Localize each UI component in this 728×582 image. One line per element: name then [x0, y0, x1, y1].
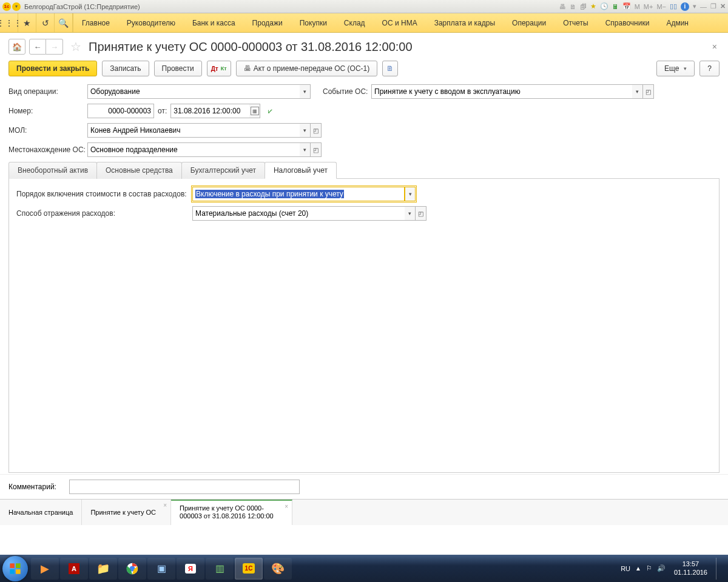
mol-field[interactable]: ▾ ◰ [87, 123, 322, 138]
tab-tax-accounting[interactable]: Налоговый учет [265, 162, 337, 179]
minimize-icon[interactable]: — [700, 3, 707, 10]
date-field[interactable]: ▦ [170, 104, 260, 118]
show-desktop-button[interactable] [716, 558, 721, 580]
comment-field[interactable] [69, 480, 300, 494]
location-dropdown-icon[interactable]: ▾ [300, 142, 311, 157]
mol-open-icon[interactable]: ◰ [311, 123, 322, 138]
menu-bank[interactable]: Банк и касса [184, 13, 244, 32]
dropdown-chevron-icon[interactable]: ▾ [12, 2, 21, 11]
taskbar-explorer-icon[interactable]: 📁 [89, 558, 117, 580]
print-act-button[interactable]: 🖶Акт о приеме-передаче ОС (ОС-1) [236, 61, 378, 76]
taskbar-media-icon[interactable]: ▶ [31, 558, 59, 580]
cost-order-dropdown-icon[interactable]: ▾ [405, 187, 416, 201]
tray-flag-icon[interactable]: ⚐ [646, 564, 652, 572]
m-plus-icon[interactable]: M+ [644, 3, 653, 10]
back-button[interactable]: ← [29, 39, 46, 55]
taskbar-clock[interactable]: 13:57 01.11.2016 [670, 560, 711, 576]
m-minus-icon[interactable]: M− [656, 3, 666, 10]
document-icon[interactable]: 🗎 [570, 3, 576, 10]
location-open-icon[interactable]: ◰ [311, 142, 322, 157]
calculator-icon[interactable]: 🖩 [612, 3, 619, 10]
info-icon[interactable]: i [681, 2, 689, 11]
save-button[interactable]: Записать [102, 61, 149, 76]
dtkt-button[interactable]: ДтКт [207, 61, 231, 76]
favorite-icon[interactable]: ★ [590, 2, 596, 10]
expense-method-dropdown-icon[interactable]: ▾ [405, 206, 416, 221]
start-button[interactable] [2, 556, 28, 581]
location-input[interactable] [90, 146, 297, 154]
calendar-picker-icon[interactable]: ▦ [249, 104, 260, 118]
number-input[interactable] [90, 107, 151, 115]
window-tab-start[interactable]: Начальная страница [0, 500, 82, 525]
menu-salary[interactable]: Зарплата и кадры [426, 13, 504, 32]
tray-chevron-icon[interactable]: ▲ [635, 565, 641, 572]
maximize-icon[interactable]: ❐ [710, 2, 716, 10]
language-indicator[interactable]: RU [621, 565, 630, 572]
taskbar-paint-icon[interactable]: 🎨 [264, 558, 292, 580]
operation-type-field[interactable]: ▾ [87, 84, 311, 99]
mol-dropdown-icon[interactable]: ▾ [300, 123, 311, 138]
taskbar-yandex-icon[interactable]: Я [177, 558, 204, 580]
operation-type-dropdown-icon[interactable]: ▾ [300, 84, 311, 99]
comment-input[interactable] [72, 483, 297, 491]
event-field[interactable]: ▾ ◰ [371, 84, 654, 99]
apps-grid-icon[interactable]: ⋮⋮⋮ [0, 13, 18, 32]
menu-manager[interactable]: Руководителю [118, 13, 184, 32]
status-ok-icon[interactable]: 🗸 [266, 107, 274, 116]
taskbar-app1-icon[interactable]: ▣ [147, 558, 175, 580]
mol-input[interactable] [90, 126, 297, 135]
panels-icon[interactable]: ▯▯ [670, 2, 677, 10]
window-tab-current-doc[interactable]: Принятие к учету ОС 0000-000003 от 31.08… [171, 500, 292, 525]
attachments-button[interactable]: 🗎 [382, 61, 398, 76]
menu-assets[interactable]: ОС и НМА [374, 13, 426, 32]
operation-type-input[interactable] [90, 87, 297, 96]
menu-sales[interactable]: Продажи [244, 13, 291, 32]
menu-main[interactable]: Главное [73, 13, 118, 32]
tab-close-icon[interactable]: × [163, 502, 167, 509]
window-title: БелгородГазСтрой (1С:Предприятие) [24, 3, 140, 10]
menu-purchases[interactable]: Покупки [291, 13, 335, 32]
tab-noncurrent-asset[interactable]: Внеоборотный актив [8, 162, 97, 179]
doc-favorite-icon[interactable]: ☆ [70, 39, 81, 54]
tab-accounting[interactable]: Бухгалтерский учет [181, 162, 265, 179]
more-button[interactable]: Еще▾ [656, 61, 695, 76]
expense-method-input[interactable] [195, 209, 402, 218]
home-button[interactable]: 🏠 [8, 39, 25, 55]
copy-icon[interactable]: 🗐 [580, 3, 587, 10]
menu-operations[interactable]: Операции [504, 13, 554, 32]
menu-reports[interactable]: Отчеты [554, 13, 596, 32]
location-field[interactable]: ▾ ◰ [87, 142, 322, 157]
close-page-button[interactable]: × [710, 39, 720, 54]
post-and-close-button[interactable]: Провести и закрыть [8, 61, 97, 76]
history-nav-icon[interactable]: ↺ [36, 13, 55, 32]
cost-order-field[interactable]: Включение в расходы при принятии к учету… [192, 187, 416, 201]
m-icon[interactable]: M [635, 3, 640, 10]
search-icon[interactable]: 🔍 [55, 13, 73, 32]
menu-admin[interactable]: Админ [658, 13, 697, 32]
taskbar-chrome-icon[interactable] [118, 558, 146, 580]
event-open-icon[interactable]: ◰ [643, 84, 654, 99]
event-input[interactable] [374, 87, 630, 96]
favorites-star-icon[interactable]: ★ [18, 13, 36, 32]
tab-fixed-assets[interactable]: Основные средства [96, 162, 182, 179]
event-dropdown-icon[interactable]: ▾ [632, 84, 643, 99]
post-button[interactable]: Провести [154, 61, 202, 76]
taskbar-app2-icon[interactable]: ▥ [206, 558, 234, 580]
expense-method-open-icon[interactable]: ◰ [416, 206, 426, 221]
forward-button[interactable]: → [46, 39, 63, 55]
date-input[interactable] [174, 107, 247, 115]
expense-method-field[interactable]: ▾ ◰ [192, 206, 426, 221]
close-icon[interactable]: ✕ [720, 2, 726, 10]
print-icon[interactable]: 🖶 [559, 3, 566, 10]
taskbar-adobe-icon[interactable]: A [60, 558, 88, 580]
tray-volume-icon[interactable]: 🔊 [657, 564, 666, 572]
calendar-icon[interactable]: 📅 [622, 2, 631, 10]
window-tab-doc-list[interactable]: Принятие к учету ОС× [82, 500, 171, 525]
help-button[interactable]: ? [699, 61, 720, 76]
taskbar-1c-icon[interactable]: 1C [235, 558, 263, 580]
menu-warehouse[interactable]: Склад [335, 13, 374, 32]
menu-catalogs[interactable]: Справочники [597, 13, 658, 32]
history-icon[interactable]: 🕓 [600, 2, 608, 10]
chevron-down-icon[interactable]: ▾ [693, 2, 696, 10]
tab-close-icon[interactable]: × [285, 503, 288, 510]
